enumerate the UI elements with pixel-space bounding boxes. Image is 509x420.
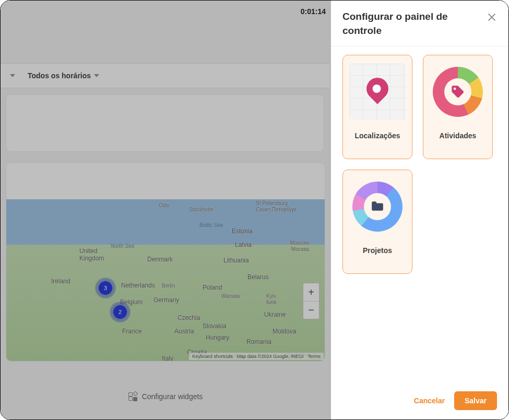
city-label: Київ: [266, 299, 277, 305]
country-label: Germany: [153, 296, 179, 304]
close-icon[interactable]: [487, 12, 497, 22]
cancel-button[interactable]: Cancelar: [414, 397, 445, 405]
filter-bar: Todos os horários: [1, 63, 329, 88]
sea-label: Baltic Sea: [199, 222, 223, 228]
city-label: Warsaw: [221, 293, 240, 299]
widget-option-activities[interactable]: Atividades: [423, 55, 493, 159]
zoom-in-button[interactable]: +: [303, 283, 319, 301]
panel-header: Configurar o painel de controle: [331, 1, 508, 46]
city-label: Санкт-Петербург: [256, 207, 297, 212]
widget-card-placeholder: [6, 94, 324, 152]
city-label: Kyiv: [266, 293, 276, 299]
widget-option-locations[interactable]: Localizações: [342, 55, 412, 159]
country-label: Romania: [246, 338, 271, 345]
time-filter-dropdown[interactable]: Todos os horários: [28, 71, 99, 80]
country-label: Latvia: [235, 241, 252, 248]
time-filter-label: Todos os horários: [28, 71, 91, 80]
country-label: Ireland: [51, 278, 70, 285]
country-label: Moldova: [273, 328, 296, 335]
chevron-down-icon: [94, 74, 99, 77]
country-label: Belarus: [247, 273, 269, 281]
configure-dashboard-panel: Configurar o painel de controle Localiza…: [331, 1, 508, 420]
country-label: Slovakia: [203, 322, 226, 330]
widget-label: Localizações: [354, 131, 400, 140]
country-label: Austria: [174, 328, 194, 335]
country-label: United Kingdom: [79, 247, 104, 262]
country-label: Estonia: [232, 227, 253, 235]
zoom-out-button[interactable]: −: [303, 301, 319, 319]
country-label: Czechia: [177, 314, 200, 321]
city-label: Oslo: [159, 202, 170, 208]
map-cluster-marker[interactable]: 3: [95, 278, 116, 298]
map-canvas[interactable]: North Sea Baltic Sea Black Sea Oslo Stoc…: [6, 199, 325, 361]
city-label: Москва: [291, 246, 309, 252]
map-data-text: Map data ©2024 Google, INEGI: [237, 354, 304, 359]
map-attribution: Keyboard shortcuts Map data ©2024 Google…: [189, 353, 324, 360]
configure-widgets-label: Configurar widgets: [142, 392, 203, 401]
city-label: St Petersburg: [256, 200, 288, 206]
panel-body: Localizações Atividades Projetos: [331, 46, 508, 384]
donut-chart-icon: [433, 67, 483, 117]
projects-thumbnail: [349, 178, 406, 235]
map-widget-card: North Sea Baltic Sea Black Sea Oslo Stoc…: [6, 162, 325, 362]
country-label: Hungary: [206, 334, 229, 341]
city-label: Berlin: [162, 283, 175, 289]
tag-icon: [451, 85, 465, 99]
donut-chart-icon: [352, 182, 403, 232]
activities-thumbnail: [430, 64, 486, 120]
city-label: Stockholm: [189, 207, 214, 212]
country-label: Denmark: [147, 256, 173, 263]
panel-footer: Cancelar Salvar: [331, 384, 508, 420]
map-pin-icon: [362, 73, 393, 104]
widgets-icon: [128, 392, 137, 401]
chevron-down-icon[interactable]: [10, 74, 15, 77]
marker-count: 2: [119, 309, 122, 315]
save-button[interactable]: Salvar: [454, 391, 497, 410]
map-zoom-control: + −: [303, 283, 319, 319]
widget-label: Projetos: [363, 246, 392, 255]
session-timer: 0:01:14: [301, 7, 326, 16]
folder-icon: [371, 200, 384, 212]
city-label: Moscow: [290, 240, 309, 246]
map-cluster-marker[interactable]: 2: [110, 302, 131, 322]
widget-label: Atividades: [440, 131, 477, 140]
country-label: Italy: [162, 355, 173, 361]
configure-widgets-button[interactable]: Configurar widgets: [6, 381, 325, 412]
country-label: Netherlands: [121, 282, 155, 289]
country-label: France: [122, 328, 141, 335]
terms-link[interactable]: Terms: [308, 354, 321, 359]
country-label: Ukraine: [264, 311, 286, 318]
marker-count: 3: [104, 285, 107, 291]
panel-title: Configurar o painel de controle: [342, 10, 468, 38]
widget-option-projects[interactable]: Projetos: [342, 170, 412, 274]
locations-thumbnail: [349, 64, 406, 120]
sea-label: North Sea: [111, 243, 134, 249]
keyboard-shortcuts-link[interactable]: Keyboard shortcuts: [192, 354, 233, 359]
country-label: Poland: [203, 284, 222, 291]
country-label: Lithuania: [223, 257, 249, 264]
